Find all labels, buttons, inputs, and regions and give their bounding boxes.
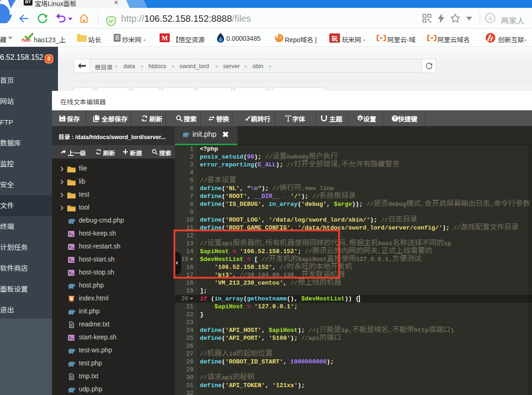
svg-text:M: M <box>161 35 167 42</box>
svg-text:?: ? <box>393 116 396 121</box>
svg-text:玩: 玩 <box>331 35 338 42</box>
svg-text:hao: hao <box>22 37 31 43</box>
svg-text:S: S <box>488 15 492 22</box>
svg-text:5: 5 <box>71 297 72 301</box>
